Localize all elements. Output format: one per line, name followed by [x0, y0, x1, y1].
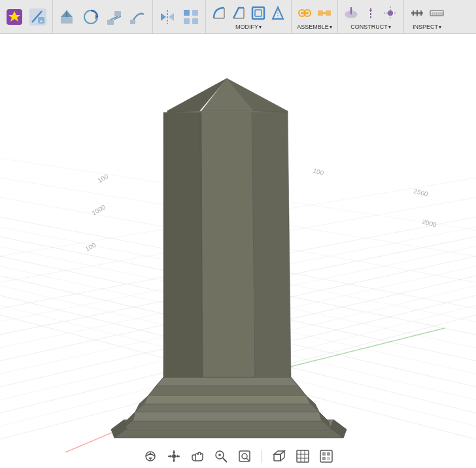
svg-point-32 — [301, 12, 303, 14]
svg-marker-90 — [126, 412, 328, 421]
view-cube-bottom-icon[interactable] — [270, 447, 288, 465]
svg-rect-20 — [184, 18, 190, 24]
svg-rect-11 — [114, 11, 121, 16]
svg-marker-17 — [169, 13, 174, 21]
rigid-group-icon[interactable] — [315, 4, 333, 22]
svg-marker-98 — [157, 377, 298, 386]
svg-marker-89 — [124, 421, 330, 428]
draft-icon[interactable] — [269, 4, 287, 22]
fillet-icon[interactable] — [210, 4, 228, 22]
svg-rect-35 — [326, 10, 331, 16]
mirror-icon[interactable] — [156, 5, 179, 29]
svg-marker-41 — [369, 8, 372, 11]
svg-rect-5 — [61, 17, 73, 24]
svg-marker-104 — [163, 111, 203, 377]
svg-rect-136 — [320, 450, 332, 462]
orbit-tool-icon[interactable] — [141, 447, 160, 465]
svg-rect-14 — [130, 20, 135, 24]
svg-rect-140 — [327, 457, 330, 460]
grid-toggle-icon[interactable] — [294, 447, 312, 465]
toolbar-group-solid — [53, 0, 153, 33]
toolbar-group-pattern — [153, 0, 206, 33]
point-icon[interactable] — [381, 4, 400, 22]
svg-marker-117 — [173, 460, 175, 462]
purple-star-icon[interactable] — [3, 5, 26, 29]
svg-marker-106 — [252, 111, 291, 377]
viewport-canvas: 100 1000 100 100 2500 2000 — [0, 34, 476, 468]
chamfer-icon[interactable] — [230, 4, 248, 22]
svg-marker-130 — [280, 451, 284, 461]
revolve-icon[interactable] — [79, 5, 103, 29]
svg-marker-118 — [168, 455, 171, 458]
svg-rect-34 — [318, 10, 323, 16]
display-settings-icon[interactable] — [317, 447, 335, 465]
svg-rect-139 — [322, 457, 326, 460]
svg-rect-18 — [184, 10, 190, 16]
svg-line-122 — [223, 458, 227, 462]
svg-rect-10 — [107, 20, 114, 25]
3d-viewport[interactable]: 100 1000 100 100 2500 2000 — [0, 34, 476, 468]
svg-marker-113 — [148, 452, 152, 455]
pan-tool-icon[interactable] — [165, 447, 183, 465]
svg-rect-19 — [192, 10, 198, 16]
svg-marker-39 — [350, 7, 352, 10]
svg-marker-85 — [111, 429, 347, 438]
svg-point-115 — [172, 454, 176, 458]
svg-rect-128 — [274, 454, 280, 461]
zoom-tool-icon[interactable] — [212, 447, 230, 465]
toolbar-group-inspect: INSPECT ▾ — [404, 0, 450, 33]
toolbar-group-construct: CONSTRUCT ▾ — [338, 0, 404, 33]
svg-rect-21 — [192, 18, 198, 24]
inspect-label[interactable]: INSPECT ▾ — [413, 24, 441, 30]
viewport-bottom-toolbar — [0, 444, 476, 468]
svg-rect-26 — [252, 7, 264, 19]
svg-rect-131 — [297, 450, 309, 462]
loft-icon[interactable] — [103, 5, 126, 29]
svg-marker-119 — [177, 455, 180, 458]
svg-rect-27 — [255, 10, 262, 16]
plane-icon[interactable] — [342, 4, 360, 22]
construct-label[interactable]: CONSTRUCT ▾ — [350, 24, 391, 30]
toolbar-group-assemble: ASSEMBLE ▾ — [292, 0, 338, 33]
measure-icon[interactable] — [408, 4, 426, 22]
svg-marker-94 — [139, 395, 315, 404]
svg-rect-137 — [322, 452, 326, 456]
svg-rect-138 — [327, 452, 330, 456]
svg-marker-116 — [173, 450, 175, 453]
svg-point-126 — [242, 454, 247, 459]
svg-marker-114 — [148, 458, 152, 460]
svg-marker-16 — [161, 13, 166, 21]
separator-1 — [262, 450, 262, 463]
toolbar-group-modify: MODIFY ▾ — [206, 0, 292, 33]
axis-icon[interactable] — [362, 4, 380, 22]
shell-icon[interactable] — [249, 4, 267, 22]
main-toolbar: + — [0, 0, 476, 34]
modify-label[interactable]: MODIFY ▾ — [235, 24, 262, 30]
svg-marker-105 — [201, 111, 255, 377]
extrude-icon[interactable] — [56, 5, 79, 29]
svg-text:+: + — [40, 18, 43, 24]
sketch-new-icon[interactable]: + — [26, 5, 50, 29]
svg-line-127 — [246, 458, 249, 461]
joint-icon[interactable] — [296, 4, 314, 22]
assemble-label[interactable]: ASSEMBLE ▾ — [297, 24, 332, 30]
hand-tool-icon[interactable] — [188, 447, 207, 465]
ruler-icon[interactable] — [428, 4, 446, 22]
sweep-icon[interactable] — [126, 5, 150, 29]
toolbar-group-shapes: + — [0, 0, 53, 33]
fit-view-icon[interactable] — [235, 447, 254, 465]
pattern-icon[interactable] — [179, 5, 203, 29]
svg-point-33 — [306, 12, 309, 14]
svg-marker-93 — [135, 404, 319, 412]
svg-marker-97 — [148, 386, 306, 395]
